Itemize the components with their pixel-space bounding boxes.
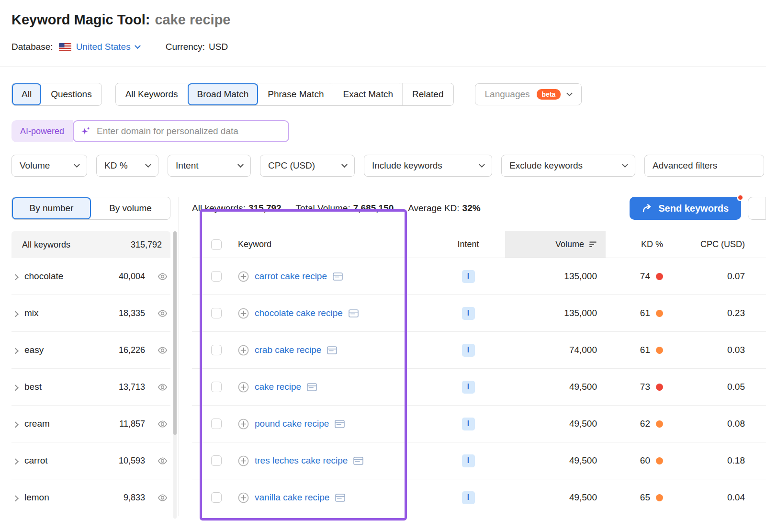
stat-total-volume: Total Volume:7,685,150 xyxy=(296,203,394,214)
eye-icon[interactable] xyxy=(158,310,168,317)
row-checkbox[interactable] xyxy=(211,271,222,282)
eye-icon[interactable] xyxy=(158,457,168,464)
cpc-value: 0.07 xyxy=(674,258,766,294)
serp-features-icon[interactable] xyxy=(349,309,359,317)
intent-badge[interactable]: I xyxy=(462,454,475,467)
sidebar-toggle-button[interactable]: By number xyxy=(12,197,91,219)
row-checkbox[interactable] xyxy=(211,382,222,392)
serp-features-icon[interactable] xyxy=(335,420,345,428)
database-value: United States xyxy=(76,42,131,52)
chevron-down-icon xyxy=(341,161,348,168)
serp-features-icon[interactable] xyxy=(327,346,337,354)
keyword-link[interactable]: cake recipe xyxy=(255,382,301,392)
match-type-tab[interactable]: Questions xyxy=(41,83,101,105)
sort-descending-icon xyxy=(589,241,597,248)
stat-average-kd-value: 32% xyxy=(462,203,481,213)
send-keywords-button[interactable]: Send keywords xyxy=(630,197,741,220)
page-title-query: cake recipe xyxy=(155,12,230,27)
serp-features-icon[interactable] xyxy=(335,494,345,502)
intent-badge[interactable]: I xyxy=(462,344,475,357)
cpc-value: 0.23 xyxy=(674,295,766,331)
add-keyword-icon[interactable] xyxy=(238,419,249,430)
group-label: mix xyxy=(24,308,39,318)
match-type-tab[interactable]: Broad Match xyxy=(188,83,259,105)
match-type-tab[interactable]: Phrase Match xyxy=(258,83,333,105)
serp-features-icon[interactable] xyxy=(307,383,317,391)
intent-badge[interactable]: I xyxy=(462,381,475,394)
keyword-group-item[interactable]: lemon 9,833 xyxy=(11,479,170,516)
serp-features-icon[interactable] xyxy=(333,272,343,281)
add-keyword-icon[interactable] xyxy=(238,308,249,319)
keyword-group-item[interactable]: mix 18,335 xyxy=(11,295,170,332)
group-label: easy xyxy=(24,345,44,355)
intent-badge[interactable]: I xyxy=(462,491,475,504)
group-count: 13,713 xyxy=(119,382,145,392)
keyword-link[interactable]: tres leches cake recipe xyxy=(255,455,348,466)
us-flag-icon xyxy=(59,43,71,51)
filter-dropdown[interactable]: Include keywords xyxy=(364,155,492,177)
serp-features-icon[interactable] xyxy=(353,457,363,465)
keyword-link[interactable]: carrot cake recipe xyxy=(255,271,327,282)
row-checkbox[interactable] xyxy=(211,492,222,503)
clipped-edge-button[interactable] xyxy=(748,197,766,220)
intent-column-header[interactable]: Intent xyxy=(431,231,505,258)
keyword-group-item[interactable]: best 13,713 xyxy=(11,369,170,406)
group-label: chocolate xyxy=(24,271,63,282)
add-keyword-icon[interactable] xyxy=(238,492,249,503)
keyword-group-item[interactable]: chocolate 40,004 xyxy=(11,258,170,295)
database-selector[interactable]: United States xyxy=(59,42,140,52)
filter-dropdown[interactable]: Volume xyxy=(11,155,87,177)
filter-dropdown[interactable]: CPC (USD) xyxy=(260,155,355,177)
eye-icon[interactable] xyxy=(158,420,168,428)
match-type-tab[interactable]: Related xyxy=(403,83,453,105)
intent-badge[interactable]: I xyxy=(462,307,475,320)
eye-icon[interactable] xyxy=(158,273,168,280)
add-keyword-icon[interactable] xyxy=(238,345,249,356)
add-keyword-icon[interactable] xyxy=(238,382,249,393)
filter-dropdown[interactable]: Intent xyxy=(168,155,251,177)
chevron-right-icon xyxy=(12,385,19,391)
group-count: 11,857 xyxy=(119,419,145,429)
match-type-tab[interactable]: Exact Match xyxy=(333,83,403,105)
keyword-group-item[interactable]: easy 16,226 xyxy=(11,332,170,369)
keyword-link[interactable]: chocolate cake recipe xyxy=(255,308,343,318)
chevron-right-icon xyxy=(12,348,19,354)
row-checkbox[interactable] xyxy=(211,345,222,355)
eye-icon[interactable] xyxy=(158,384,168,391)
kd-value: 61 xyxy=(640,345,650,355)
keyword-link[interactable]: pound cake recipe xyxy=(255,419,329,429)
all-keywords-group-row[interactable]: All keywords 315,792 xyxy=(11,231,170,258)
kd-column-header[interactable]: KD % xyxy=(606,231,674,258)
languages-dropdown[interactable]: Languages beta xyxy=(475,83,582,105)
keyword-link[interactable]: crab cake recipe xyxy=(255,345,321,355)
keyword-group-item[interactable]: cream 11,857 xyxy=(11,406,170,442)
add-keyword-icon[interactable] xyxy=(238,271,249,282)
table-header-row: Keyword Intent Volume KD % CP xyxy=(192,231,766,258)
domain-input[interactable] xyxy=(96,125,282,137)
volume-value: 49,500 xyxy=(505,479,606,516)
filters-row: Volume KD % Intent CPC (USD) Include key… xyxy=(0,142,766,177)
keyword-link[interactable]: vanilla cake recipe xyxy=(255,492,329,503)
match-type-tab[interactable]: All xyxy=(12,83,41,105)
eye-icon[interactable] xyxy=(158,494,168,501)
kd-dot xyxy=(656,273,663,280)
match-type-tab[interactable]: All Keywords xyxy=(116,83,188,105)
row-checkbox[interactable] xyxy=(211,419,222,429)
filter-dropdown[interactable]: Exclude keywords xyxy=(501,155,635,177)
filter-dropdown[interactable]: Advanced filters xyxy=(644,155,764,177)
currency-row: Currency: USD xyxy=(166,42,228,52)
eye-icon[interactable] xyxy=(158,347,168,354)
row-checkbox[interactable] xyxy=(211,308,222,318)
cpc-column-header[interactable]: CPC (USD) xyxy=(674,231,766,258)
sidebar-scrollbar-thumb[interactable] xyxy=(173,231,177,435)
select-all-checkbox[interactable] xyxy=(211,239,222,250)
intent-badge[interactable]: I xyxy=(462,270,475,283)
keyword-column-header[interactable]: Keyword xyxy=(223,231,431,258)
filter-dropdown[interactable]: KD % xyxy=(96,155,158,177)
intent-badge[interactable]: I xyxy=(462,418,475,430)
volume-column-header[interactable]: Volume xyxy=(505,231,606,258)
add-keyword-icon[interactable] xyxy=(238,455,249,466)
row-checkbox[interactable] xyxy=(211,455,222,466)
keyword-group-item[interactable]: carrot 10,593 xyxy=(11,442,170,479)
sidebar-toggle-button[interactable]: By volume xyxy=(91,197,170,219)
